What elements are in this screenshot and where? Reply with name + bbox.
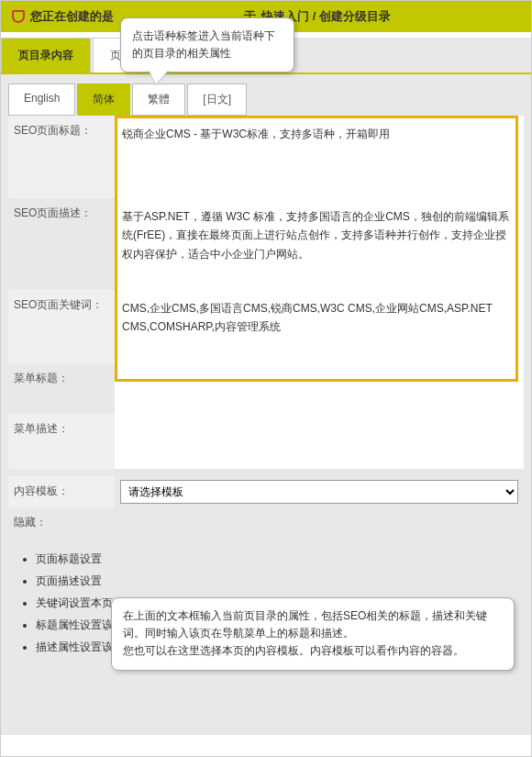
label-seo-desc: SEO页面描述： xyxy=(8,198,115,290)
form-rows: SEO页面标题： 锐商企业CMS - 基于W3C标准，支持多语种，开箱即用 SE… xyxy=(8,116,524,538)
language-tabs: English 简体 繁體 [日文] xyxy=(8,83,524,116)
lang-tab-japanese[interactable]: [日文] xyxy=(187,83,247,116)
bullet-item: 页面描述设置 xyxy=(36,573,516,589)
callout-form-help: 在上面的文本框输入当前页目录的属性，包括SEO相关的标题，描述和关键词。同时输入… xyxy=(111,597,515,671)
shield-icon xyxy=(12,10,25,23)
label-menu-desc: 菜单描述： xyxy=(8,414,115,469)
callout-language-tabs: 点击语种标签进入当前语种下的页目录的相关属性 xyxy=(120,17,294,72)
field-seo-kw[interactable]: CMS,企业CMS,多国语言CMS,锐商CMS,W3C CMS,企业网站CMS,… xyxy=(115,290,524,363)
label-hidden: 隐藏： xyxy=(8,507,115,538)
field-menu-desc[interactable] xyxy=(115,414,524,469)
field-menu-title[interactable] xyxy=(115,363,524,414)
template-select[interactable]: 请选择模板 xyxy=(120,480,518,504)
notice-prefix: 您正在创建的是 xyxy=(30,8,114,25)
field-seo-desc[interactable]: 基于ASP.NET，遵循 W3C 标准，支持多国语言的企业CMS，独创的前端编辑… xyxy=(115,198,524,290)
lang-tab-simplified[interactable]: 简体 xyxy=(77,83,130,116)
label-template: 内容模板： xyxy=(8,476,115,507)
label-seo-kw: SEO页面关键词： xyxy=(8,290,115,363)
lang-tab-english[interactable]: English xyxy=(8,83,75,116)
field-seo-title[interactable]: 锐商企业CMS - 基于W3C标准，支持多语种，开箱即用 xyxy=(115,116,524,198)
bullet-item: 页面标题设置 xyxy=(36,551,516,567)
label-seo-title: SEO页面标题： xyxy=(8,116,115,198)
label-menu-title: 菜单标题： xyxy=(8,363,115,414)
tab-content[interactable]: 页目录内容 xyxy=(1,38,91,72)
lang-tab-traditional[interactable]: 繁體 xyxy=(132,83,185,116)
